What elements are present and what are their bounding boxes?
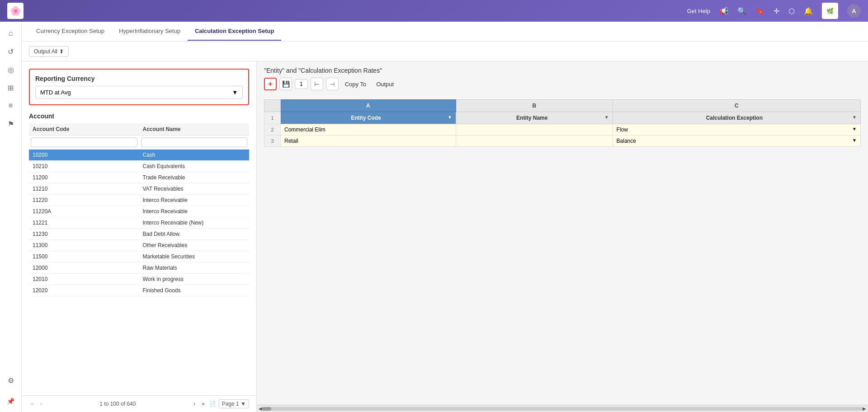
tab-calculation[interactable]: Calculation Exception Setup: [188, 22, 282, 41]
account-code-cell: 11221: [29, 217, 139, 229]
account-row[interactable]: 11221Interco Receivable (New): [29, 217, 249, 229]
main-split: Reporting Currency MTD at Avg ▼ Account: [22, 61, 868, 412]
account-name-cell: Interco Receivable: [139, 195, 250, 206]
page-num-label[interactable]: 1: [295, 79, 308, 89]
account-row[interactable]: 11200Trade Receivable: [29, 172, 249, 183]
pag-last-button[interactable]: »: [200, 400, 207, 408]
account-name-cell: Work in progress: [139, 274, 250, 285]
grid-row[interactable]: 3RetailBalance▼: [264, 136, 861, 147]
pag-next-button[interactable]: ›: [192, 400, 197, 408]
sidebar-item-chart[interactable]: ≡: [3, 98, 19, 114]
account-row[interactable]: 11220Interco Receivable: [29, 195, 249, 206]
app-icon: 🌿: [826, 8, 834, 14]
col-header-a: A: [281, 100, 456, 112]
right-panel: "Entity" and "Calculation Exception Rate…: [257, 61, 868, 412]
scroll-left-icon[interactable]: ◀: [259, 406, 262, 411]
account-name-filter[interactable]: [141, 137, 248, 147]
entity-code-header[interactable]: Entity Code ▼: [281, 112, 456, 124]
copy-to-button[interactable]: Copy To: [341, 80, 370, 89]
entity-name-header[interactable]: Entity Name ▼: [456, 112, 613, 124]
scroll-thumb[interactable]: [262, 407, 271, 411]
cube-icon[interactable]: ⬡: [788, 7, 795, 15]
row-num-1: 1: [264, 112, 281, 124]
entity-code-cell[interactable]: Retail: [281, 136, 456, 147]
spreadsheet-container[interactable]: A B C 1 Entity Code ▼: [257, 99, 868, 405]
sidebar-item-grid[interactable]: ⊞: [3, 80, 19, 96]
entity-name-cell[interactable]: [456, 136, 613, 147]
account-name-cell: Interco Receivable: [139, 206, 250, 217]
grid-scrollbar-bottom[interactable]: ◀ ▶: [257, 405, 868, 412]
grid-row[interactable]: 2Commercial ElimFlow▼: [264, 124, 861, 136]
search-icon[interactable]: 🔍: [737, 7, 746, 15]
output-button[interactable]: Output: [373, 80, 397, 89]
account-code-filter[interactable]: [31, 137, 137, 147]
sidebar-item-flag[interactable]: ⚑: [3, 116, 19, 132]
account-name-cell: Cash Equivalents: [139, 161, 250, 172]
account-name-cell: Interco Receivable (New): [139, 217, 250, 229]
account-row[interactable]: 12010Work in progress: [29, 274, 249, 285]
entity-name-dropdown[interactable]: ▼: [604, 115, 609, 120]
grid-toolbar: + 💾 1 ⊢ ⊣ Copy To Output: [264, 78, 861, 94]
tab-currency[interactable]: Currency Exception Setup: [29, 22, 112, 41]
sidebar-item-history[interactable]: ↺: [3, 43, 19, 60]
account-section: Account Account Code Account Name: [29, 112, 249, 388]
dropdown-arrow-icon: ▼: [232, 89, 238, 96]
scroll-track[interactable]: [262, 407, 863, 411]
bell-icon[interactable]: 🔔: [804, 7, 813, 15]
sidebar-item-target[interactable]: ◎: [3, 61, 19, 78]
save-button[interactable]: 💾: [279, 78, 292, 90]
expand-left-button[interactable]: ⊢: [311, 78, 323, 90]
account-code-cell: 11500: [29, 251, 139, 262]
account-row[interactable]: 10200Cash: [29, 150, 249, 161]
calc-exception-header[interactable]: Calculation Exception ▼: [613, 112, 860, 124]
entity-code-cell[interactable]: Commercial Elim: [281, 124, 456, 136]
account-row[interactable]: 10210Cash Equivalents: [29, 161, 249, 172]
account-table: Account Code Account Name 10200: [29, 123, 249, 296]
account-row[interactable]: 11220AInterco Receivable: [29, 206, 249, 217]
account-code-cell: 12000: [29, 262, 139, 274]
entity-code-dropdown[interactable]: ▼: [448, 115, 452, 120]
account-name-cell: Other Receivables: [139, 240, 250, 251]
account-table-wrapper[interactable]: Account Code Account Name 10200: [29, 123, 249, 388]
upload-icon: ⬆: [59, 48, 64, 55]
calc-exception-cell[interactable]: Flow▼: [613, 124, 860, 136]
account-row[interactable]: 11210VAT Receivables: [29, 183, 249, 195]
user-avatar[interactable]: A: [847, 4, 861, 18]
collapse-right-button[interactable]: ⊣: [326, 78, 339, 90]
pin-icon[interactable]: 📌: [7, 398, 14, 405]
app-logo[interactable]: 🌸: [7, 3, 24, 19]
top-nav: 🌸 Get Help 📢 🔍 🔖 ✛ ⬡ 🔔 🌿 A: [0, 0, 868, 22]
app-switcher[interactable]: 🌿: [822, 3, 838, 19]
output-all-button[interactable]: Output All ⬆: [29, 46, 69, 57]
account-row[interactable]: 11500Marketable Securities: [29, 251, 249, 262]
account-row[interactable]: 11230Bad Debt Allow.: [29, 229, 249, 240]
reporting-currency-select[interactable]: MTD at Avg ▼: [35, 86, 243, 99]
get-help-link[interactable]: Get Help: [687, 8, 710, 14]
calc-dropdown-arrow[interactable]: ▼: [852, 126, 857, 131]
pag-first-button[interactable]: «: [29, 400, 36, 408]
sidebar-item-home[interactable]: ⌂: [3, 25, 19, 42]
calc-exception-dropdown[interactable]: ▼: [852, 115, 857, 120]
pag-prev-button[interactable]: ‹: [38, 400, 44, 408]
broadcast-icon[interactable]: 📢: [719, 7, 728, 15]
account-code-cell: 10210: [29, 161, 139, 172]
top-nav-left: 🌸: [7, 3, 24, 19]
compass-icon[interactable]: ✛: [774, 7, 779, 15]
tab-hyperinflationary[interactable]: HyperInflationary Setup: [112, 22, 188, 41]
bookmark-icon[interactable]: 🔖: [755, 7, 764, 15]
sidebar-item-settings[interactable]: ⚙: [3, 372, 19, 389]
add-row-button[interactable]: +: [264, 78, 277, 90]
account-name-cell: VAT Receivables: [139, 183, 250, 195]
calc-dropdown-arrow[interactable]: ▼: [852, 138, 857, 143]
page-select[interactable]: Page 1 ▼: [219, 399, 249, 408]
account-name-cell: Cash: [139, 150, 250, 161]
entity-name-cell[interactable]: [456, 124, 613, 136]
account-row[interactable]: 12020Finished Goods: [29, 285, 249, 296]
corner-cell: [264, 100, 281, 112]
account-row[interactable]: 12000Raw Materials: [29, 262, 249, 274]
calc-exception-cell[interactable]: Balance▼: [613, 136, 860, 147]
reporting-currency-label: Reporting Currency: [35, 75, 243, 82]
scroll-right-icon[interactable]: ▶: [863, 406, 866, 411]
account-row[interactable]: 11300Other Receivables: [29, 240, 249, 251]
toolbar: Output All ⬆: [22, 42, 868, 61]
